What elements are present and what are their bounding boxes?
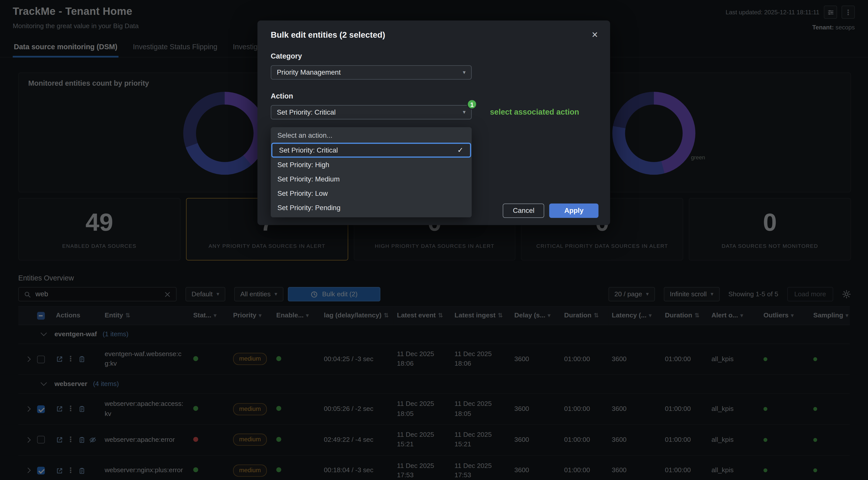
menu-item-placeholder[interactable]: Select an action... [271,129,472,143]
modal-title: Bulk edit entities (2 selected) [271,30,385,39]
menu-item-set-priority-low[interactable]: Set Priority: Low [271,186,472,201]
menu-item-set-priority-medium[interactable]: Set Priority: Medium [271,172,472,186]
action-label: Action [271,92,597,100]
chevron-down-icon: ▾ [463,70,466,75]
category-value: Priority Management [277,69,341,76]
cancel-button[interactable]: Cancel [503,204,545,218]
app-root: TrackMe - Tenant Home Monitoring the gre… [0,0,868,480]
apply-button[interactable]: Apply [549,204,598,218]
menu-item-set-priority-pending[interactable]: Set Priority: Pending [271,201,472,215]
action-count-badge: 1 [467,99,477,110]
check-icon: ✓ [457,146,463,154]
action-value: Set Priority: Critical [277,108,336,116]
category-label: Category [271,52,597,60]
action-dropdown-menu: Select an action... Set Priority: Critic… [271,127,472,217]
menu-item-set-priority-high[interactable]: Set Priority: High [271,158,472,172]
chevron-down-icon: ▾ [463,110,466,115]
action-helper-text: select associated action [490,107,579,116]
bulk-edit-modal: Bulk edit entities (2 selected) × Catego… [257,20,610,225]
menu-item-set-priority-critical[interactable]: Set Priority: Critical ✓ [271,143,471,158]
category-select[interactable]: Priority Management ▾ [271,65,472,80]
close-icon[interactable]: × [592,29,598,40]
action-select[interactable]: Set Priority: Critical ▾ [271,105,472,119]
